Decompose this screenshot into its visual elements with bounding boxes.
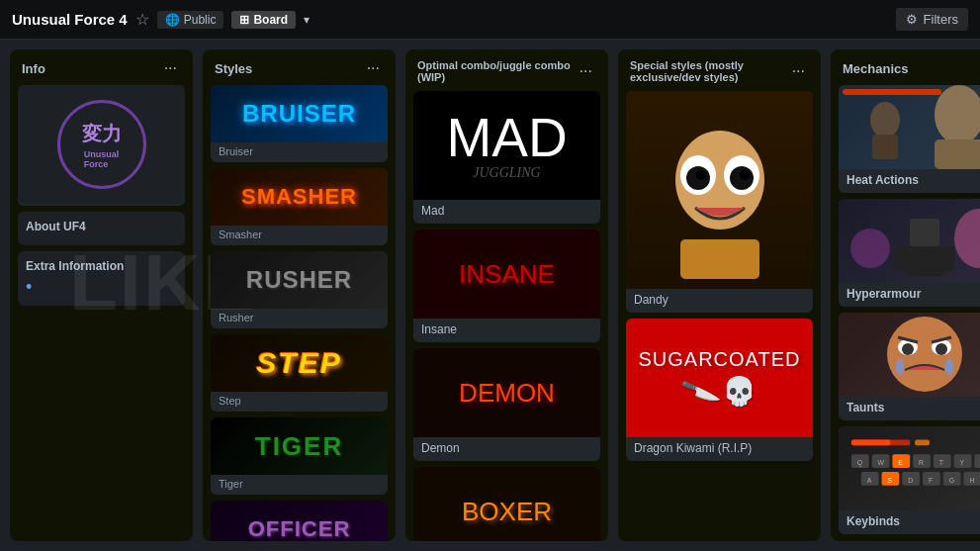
extra-info-title: Extra Information <box>26 259 177 273</box>
svg-point-18 <box>887 317 962 392</box>
bruiser-label: Bruiser <box>211 142 388 162</box>
knife-icon: 🔪 <box>678 370 722 413</box>
filter-icon: ⚙ <box>906 12 918 27</box>
about-title: About UF4 <box>26 220 177 233</box>
keybinds-scene: Q W E R T Y U A S D F G H <box>846 434 980 508</box>
style-card-bruiser[interactable]: BRUISER Bruiser <box>211 85 388 162</box>
topbar: Unusual Force 4 ☆ 🌐 Public ⊞ Board ▾ ⚙ F… <box>0 0 980 40</box>
style-card-officer[interactable]: OFFICER Officer <box>211 501 388 541</box>
logo-name: UnusualForce <box>84 149 120 169</box>
board-tab[interactable]: ⊞ Board <box>231 11 296 29</box>
special-column: Special styles (mostly exclusive/dev sty… <box>618 49 821 541</box>
tiger-label: Tiger <box>211 475 388 495</box>
special-column-menu[interactable]: ··· <box>788 62 809 80</box>
rusher-label: Rusher <box>211 309 388 328</box>
svg-rect-36 <box>974 454 980 468</box>
info-column-menu[interactable]: ··· <box>160 59 181 77</box>
svg-text:E: E <box>898 459 903 466</box>
svg-rect-7 <box>680 239 759 279</box>
style-card-step[interactable]: STEP Step <box>211 334 388 412</box>
svg-text:W: W <box>878 459 885 466</box>
keybinds-label: Keybinds <box>839 510 980 534</box>
svg-text:R: R <box>919 459 924 466</box>
insane-text: INSANE <box>459 259 555 290</box>
optimal-card-insane[interactable]: INSANE Insane <box>413 230 600 342</box>
svg-text:A: A <box>867 477 872 484</box>
hyperarmour-label: Hyperarmour <box>839 283 980 307</box>
style-card-tiger[interactable]: TIGER Tiger <box>211 417 388 495</box>
svg-text:H: H <box>969 477 974 484</box>
svg-text:D: D <box>908 477 913 484</box>
insane-label: Insane <box>413 319 600 342</box>
special-card-dandy[interactable]: Dandy <box>626 91 813 313</box>
styles-column: Styles ··· BRUISER Bruiser SMASHER Smash… <box>203 49 396 541</box>
svg-point-10 <box>870 102 900 138</box>
svg-text:S: S <box>887 477 892 484</box>
dandy-label: Dandy <box>626 289 813 313</box>
optimal-card-mad[interactable]: MAD JUGGLING Mad <box>413 91 600 224</box>
svg-rect-11 <box>872 135 898 159</box>
bruiser-text: BRUISER <box>242 100 356 128</box>
smasher-text: SMASHER <box>241 184 357 210</box>
optimal-card-demon[interactable]: DEMON Demon <box>413 348 600 461</box>
heat-action-scene <box>841 85 980 169</box>
mechanics-column-header: Mechanics ··· <box>839 57 980 79</box>
optimal-column-title: Optimal combo/juggle combo (WIP) <box>417 59 576 83</box>
svg-rect-28 <box>851 439 891 445</box>
officer-text: OFFICER <box>248 516 351 541</box>
dragon-kiwami-label: Dragon Kiwami (R.I.P) <box>626 437 813 461</box>
special-card-dragon-kiwami[interactable]: SUGARCOATED 🔪 💀 Dragon Kiwami (R.I.P) <box>626 319 813 461</box>
mechanics-card-taunts[interactable]: Taunts <box>839 313 980 420</box>
mechanics-card-heat-actions[interactable]: Heat Actions <box>839 85 980 193</box>
chevron-down-icon[interactable]: ▾ <box>304 13 310 27</box>
step-text: STEP <box>256 346 341 380</box>
styles-column-header: Styles ··· <box>211 57 388 79</box>
special-column-header: Special styles (mostly exclusive/dev sty… <box>626 57 813 85</box>
demon-label: Demon <box>413 437 600 461</box>
filters-button[interactable]: ⚙ Filters <box>896 8 968 31</box>
optimal-column-header: Optimal combo/juggle combo (WIP) ··· <box>413 57 600 85</box>
star-icon[interactable]: ☆ <box>135 10 149 29</box>
svg-rect-29 <box>915 439 930 445</box>
logo-kanji: 変力 <box>82 121 122 147</box>
style-card-smasher[interactable]: SMASHER Smasher <box>211 168 388 245</box>
mechanics-column: Mechanics ··· <box>831 49 980 541</box>
svg-point-5 <box>696 170 706 180</box>
mechanics-card-hyperarmour[interactable]: Hyperarmour <box>839 199 980 307</box>
about-card[interactable]: About UF4 <box>18 212 185 245</box>
svg-point-16 <box>954 209 980 268</box>
svg-text:F: F <box>929 477 933 484</box>
tiger-text: TIGER <box>255 431 343 462</box>
svg-point-21 <box>902 343 914 355</box>
optimal-column-menu[interactable]: ··· <box>576 62 596 80</box>
svg-point-6 <box>740 170 750 180</box>
mad-text: MAD <box>446 111 567 165</box>
juggling-text: JUGGLING <box>473 165 540 181</box>
globe-icon: 🌐 <box>165 13 180 27</box>
public-badge[interactable]: 🌐 Public <box>157 11 224 29</box>
styles-column-menu[interactable]: ··· <box>363 59 384 77</box>
svg-point-17 <box>850 229 890 268</box>
extra-info-card[interactable]: Extra Information • <box>18 251 185 306</box>
link-icon[interactable]: • <box>26 277 32 297</box>
style-card-rusher[interactable]: RUSHER Rusher <box>211 251 388 328</box>
svg-text:Y: Y <box>960 459 965 466</box>
info-logo-card[interactable]: 変力 UnusualForce <box>18 85 185 206</box>
taunts-scene <box>841 313 980 397</box>
svg-rect-13 <box>905 246 944 276</box>
mechanics-card-keybinds[interactable]: Q W E R T Y U A S D F G H <box>839 426 980 534</box>
board-icon: ⊞ <box>239 13 249 27</box>
special-column-title: Special styles (mostly exclusive/dev sty… <box>630 59 788 83</box>
skull-icon: 💀 <box>722 375 757 408</box>
heat-actions-label: Heat Actions <box>839 169 980 193</box>
board: LIKE Info ··· 変力 UnusualForce About UF4 … <box>0 40 980 551</box>
optimal-card-boxer[interactable]: BOXER Boxer <box>413 467 600 541</box>
svg-text:Q: Q <box>857 459 863 467</box>
rusher-text: RUSHER <box>246 266 352 294</box>
info-column: Info ··· 変力 UnusualForce About UF4 Extra… <box>10 49 193 541</box>
svg-rect-15 <box>942 246 954 271</box>
taunts-label: Taunts <box>839 397 980 420</box>
svg-point-22 <box>935 343 947 355</box>
styles-column-title: Styles <box>215 61 252 76</box>
svg-point-8 <box>935 85 980 144</box>
